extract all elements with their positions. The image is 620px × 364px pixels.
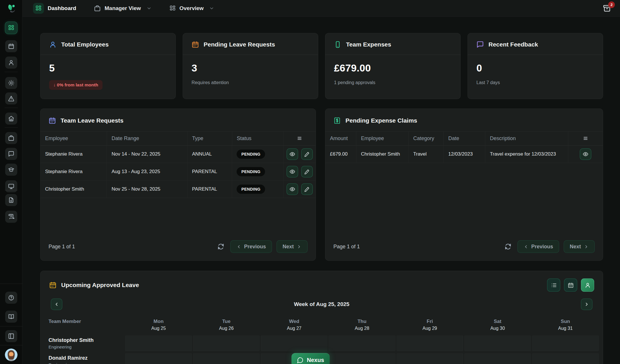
scroll-icon <box>8 214 14 220</box>
sidebar-item-collapse-panel[interactable] <box>5 330 17 342</box>
cell-date-range: Aug 13 - Aug 23, 2025 <box>107 163 187 180</box>
chevron-right-icon <box>297 244 302 249</box>
cell-date-range: Nov 25 - Nov 28, 2025 <box>107 181 187 198</box>
edit-button[interactable] <box>301 183 313 195</box>
sidebar-item-devices[interactable] <box>5 180 17 192</box>
table-header: Amount Employee Category Date Descriptio… <box>325 131 603 146</box>
eye-icon <box>289 151 295 157</box>
day-cell[interactable] <box>125 336 192 351</box>
nav-item-manager-view[interactable]: Manager View <box>94 5 151 12</box>
sidebar-item-calendar[interactable] <box>5 40 17 52</box>
team-leave-requests-panel: Team Leave Requests Employee Date Range … <box>40 109 316 261</box>
week-navigation: Week of Aug 25, 2025 <box>51 299 592 310</box>
cell-description: Travel expense for 12/03/2023 <box>485 146 568 163</box>
sidebar-item-home[interactable] <box>5 113 17 125</box>
sidebar-item-jobs[interactable] <box>5 132 17 144</box>
next-week-button[interactable] <box>581 299 592 310</box>
user-icon <box>585 282 591 288</box>
sidebar-item-brightness[interactable] <box>5 77 17 89</box>
monitor-icon <box>8 183 14 189</box>
day-cell[interactable] <box>532 353 599 364</box>
sidebar <box>0 0 22 364</box>
list-view-button[interactable] <box>547 278 560 292</box>
card-title: Team Expenses <box>346 41 391 48</box>
day-cell[interactable] <box>125 353 192 364</box>
main-content: Total Employees 5 ↓ 0% from last month P… <box>22 17 620 364</box>
sidebar-item-messages[interactable] <box>5 148 17 160</box>
nav-item-dashboard[interactable]: Dashboard <box>33 3 76 14</box>
cell-actions <box>283 146 316 163</box>
sun-icon <box>8 80 14 86</box>
people-view-button[interactable] <box>581 278 594 292</box>
cell-actions <box>283 181 316 198</box>
app-logo[interactable] <box>6 3 17 14</box>
edit-button[interactable] <box>301 166 313 177</box>
day-cell[interactable] <box>261 336 327 351</box>
next-page-button[interactable]: Next <box>277 240 308 253</box>
day-cell[interactable] <box>397 353 463 364</box>
chat-bubble-icon <box>8 151 14 157</box>
refresh-button[interactable] <box>503 242 513 251</box>
calendar-view-button[interactable] <box>564 278 577 292</box>
panel-title: Pending Expense Claims <box>345 117 417 124</box>
cell-actions <box>283 163 316 180</box>
stat-cards-row: Total Employees 5 ↓ 0% from last month P… <box>40 33 603 99</box>
edit-button[interactable] <box>301 148 313 160</box>
sidebar-item-documents[interactable] <box>5 194 17 206</box>
sidebar-item-people[interactable] <box>5 57 17 69</box>
sidebar-item-alerts[interactable] <box>5 92 17 104</box>
day-cell[interactable] <box>464 353 531 364</box>
refresh-button[interactable] <box>216 242 226 251</box>
sidebar-item-help[interactable] <box>5 292 17 304</box>
day-cell[interactable] <box>193 336 260 351</box>
day-column-header: MonAug 25 <box>125 319 192 331</box>
nav-item-overview[interactable]: Overview <box>169 5 215 11</box>
column-header: Status <box>232 131 284 145</box>
view-button[interactable] <box>287 166 298 177</box>
notification-badge: 2 <box>608 1 615 8</box>
previous-page-button[interactable]: Previous <box>230 240 272 253</box>
member-name: Donald Ramirez <box>49 355 125 361</box>
nav-label: Overview <box>179 5 204 11</box>
sidebar-item-dashboard[interactable] <box>5 22 17 34</box>
inbox-button[interactable]: 2 <box>603 4 611 13</box>
previous-week-button[interactable] <box>51 299 62 310</box>
next-page-button[interactable]: Next <box>564 240 595 253</box>
day-cell[interactable] <box>193 353 260 364</box>
status-badge: PENDING <box>237 167 265 176</box>
calendar-icon <box>49 281 57 289</box>
day-cell[interactable] <box>464 336 531 351</box>
chevron-right-icon <box>584 302 589 307</box>
view-button[interactable] <box>287 183 298 195</box>
day-cell[interactable] <box>532 336 599 351</box>
column-header: Type <box>188 131 232 145</box>
table-row: Stephanie Rivera Nov 14 - Nov 22, 2025 A… <box>40 146 316 163</box>
chevron-left-icon <box>524 244 528 249</box>
table-row: Stephanie Rivera Aug 13 - Aug 23, 2025 P… <box>40 163 316 181</box>
panel-left-icon <box>8 333 14 339</box>
day-cell[interactable] <box>397 336 463 351</box>
sidebar-item-policies[interactable] <box>5 211 17 223</box>
sidebar-item-docs[interactable] <box>5 311 17 323</box>
user-avatar[interactable] <box>5 348 18 361</box>
column-header: Description <box>485 131 568 145</box>
nexus-assistant-button[interactable]: Nexus <box>291 353 330 364</box>
day-cell[interactable] <box>329 336 395 351</box>
table-row: £679.00 Christopher Smith Travel 12/03/2… <box>325 146 603 163</box>
calendar-icon <box>8 43 14 49</box>
card-title: Recent Feedback <box>488 41 538 48</box>
sidebar-divider <box>5 190 18 190</box>
day-cell[interactable] <box>329 353 395 364</box>
page-indicator: Page 1 of 1 <box>333 244 360 250</box>
card-value: £679.00 <box>334 62 452 74</box>
chevron-right-icon <box>584 244 589 249</box>
sidebar-item-learning[interactable] <box>5 164 17 176</box>
view-button[interactable] <box>287 148 298 160</box>
eye-icon <box>289 169 295 175</box>
overview-grid-icon <box>169 5 176 11</box>
member-department: Engineering <box>49 344 125 349</box>
previous-page-button[interactable]: Previous <box>517 240 559 253</box>
cell-type: PARENTAL <box>188 181 232 198</box>
view-button[interactable] <box>580 148 591 160</box>
day-column-header: FriAug 29 <box>396 319 464 331</box>
